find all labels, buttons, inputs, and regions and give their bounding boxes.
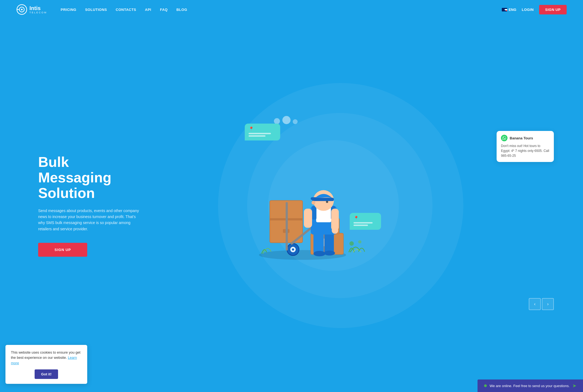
live-chat-text: We are online. Feel free to send us your… — [490, 384, 570, 388]
next-arrow[interactable]: › — [542, 298, 554, 310]
nav-faq[interactable]: FAQ — [160, 8, 168, 12]
nav-contacts[interactable]: CONTACTS — [116, 8, 136, 12]
signup-hero-button[interactable]: SIGN UP — [38, 243, 87, 257]
nav-solutions[interactable]: SOLUTIONS — [85, 8, 107, 12]
flag-icon — [502, 8, 507, 11]
language-selector[interactable]: ENG — [502, 8, 516, 12]
hero-title: Bulk Messaging Solution — [38, 154, 142, 201]
nav-blog[interactable]: BLOG — [176, 8, 187, 12]
wa-sender: Banana Tours — [510, 136, 533, 140]
online-indicator — [484, 384, 487, 387]
bg-circle-3 — [268, 140, 399, 271]
hero-subtitle: Send messages about products, events and… — [38, 208, 142, 232]
prev-arrow[interactable]: ‹ — [529, 298, 541, 310]
hero-section: Bulk Messaging Solution Send messages ab… — [0, 19, 583, 392]
logo-sub: TELECOM — [29, 11, 47, 14]
cookie-banner: This website uses cookies to ensure you … — [5, 345, 87, 384]
whatsapp-card: Banana Tours Don't miss out! Hot tours t… — [497, 131, 554, 162]
wa-card-header: Banana Tours — [501, 135, 549, 141]
nav-api[interactable]: API — [145, 8, 151, 12]
login-button[interactable]: LOGIN — [522, 8, 534, 12]
nav-pricing[interactable]: PRICING — [61, 8, 77, 12]
chat-arrow-icon: ➤ — [572, 383, 576, 389]
signup-nav-button[interactable]: SIGN UP — [539, 5, 567, 14]
nav-right: ENG LOGIN SIGN UP — [502, 5, 567, 14]
navbar: Intis TELECOM PRICING SOLUTIONS CONTACTS… — [0, 0, 583, 19]
whatsapp-icon — [501, 135, 508, 141]
cookie-accept-button[interactable]: Got it! — [35, 369, 58, 379]
logo[interactable]: Intis TELECOM — [16, 4, 47, 15]
live-chat-bar[interactable]: We are online. Feel free to send us your… — [478, 379, 583, 392]
carousel-arrows: ‹ › — [529, 298, 554, 310]
cookie-text: This website uses cookies to ensure you … — [11, 350, 82, 366]
svg-point-2 — [21, 9, 23, 10]
wa-message: Don't miss out! Hot tours to Egypt: 4* 7… — [501, 143, 549, 158]
logo-name: Intis — [29, 5, 47, 11]
hero-content: Bulk Messaging Solution Send messages ab… — [0, 154, 142, 257]
nav-links: PRICING SOLUTIONS CONTACTS API FAQ BLOG — [61, 7, 502, 12]
language-label: ENG — [509, 8, 516, 12]
